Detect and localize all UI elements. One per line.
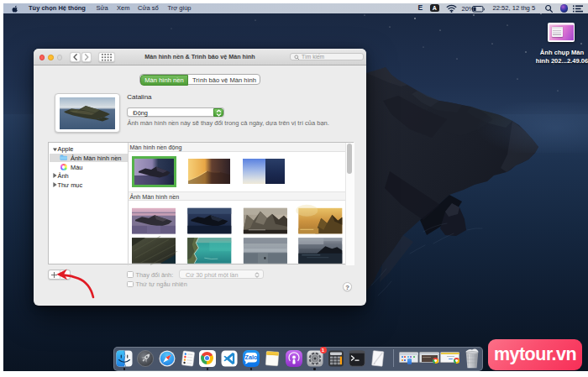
svg-text:Zalo: Zalo [244, 353, 257, 361]
